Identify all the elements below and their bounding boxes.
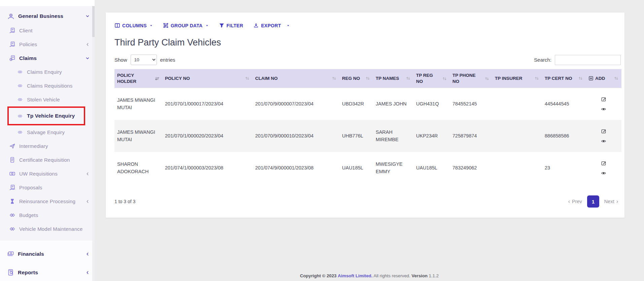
sort-icon xyxy=(578,76,583,81)
sidebar-item-tp-vehicle-enquiry[interactable]: Tp Vehicle Enquiry xyxy=(7,106,85,125)
sidebar-item-reinsurance-processing[interactable]: Reinsurance Processing xyxy=(0,194,95,208)
export-icon xyxy=(253,23,259,28)
column-header-tp-names[interactable]: TP NAMES xyxy=(373,69,413,88)
column-label: TP REG NO xyxy=(416,72,441,84)
eye-icon[interactable] xyxy=(601,170,606,176)
next-page-button[interactable]: Next › xyxy=(604,199,618,204)
column-label: POLICY HOLDER xyxy=(117,72,153,84)
sidebar-item-financials[interactable]: Financials xyxy=(0,245,95,263)
content-card: COLUMNS GROUP DATA FILTER EXPORT Third P… xyxy=(106,12,624,218)
cell-tp-cert-no: 23 xyxy=(542,152,586,184)
sidebar-item-label: Claims Enquiry xyxy=(27,69,62,75)
sidebar-item-label: Vehicle Model Maintenance xyxy=(19,226,82,232)
export-button[interactable]: EXPORT xyxy=(253,23,281,28)
column-header-policy-holder[interactable]: POLICY HOLDER xyxy=(114,69,162,88)
group-data-button[interactable]: GROUP DATA xyxy=(163,23,209,28)
double-diamond-icon xyxy=(9,226,15,232)
sidebar-item-uw-requisitions[interactable]: UW Requisitions xyxy=(0,167,95,181)
sidebar-item-claims-requisitions[interactable]: Claims Requisitions xyxy=(0,79,95,93)
sidebar-item-reports[interactable]: Reports xyxy=(0,263,95,281)
filter-button[interactable]: FILTER xyxy=(219,23,243,28)
footer-version: 1.1.2 xyxy=(429,273,439,278)
sidebar-item-label: Tp Vehicle Enquiry xyxy=(27,113,75,119)
document-hand-icon xyxy=(9,41,15,48)
sidebar-item-vehicle-model-maintenance[interactable]: Vehicle Model Maintenance xyxy=(0,222,95,236)
sidebar-top-strip xyxy=(0,0,95,6)
edit-icon[interactable] xyxy=(601,96,606,102)
edit-icon[interactable] xyxy=(601,128,606,134)
sort-icon xyxy=(365,76,370,81)
pagination-controls: ‹ Prev 1 Next › xyxy=(568,195,618,208)
table-row: SHARON ADOKORACH 201/074/1/000003/2023/0… xyxy=(114,152,621,184)
column-header-policy-no[interactable]: POLICY NO xyxy=(162,69,252,88)
chevron-left-icon xyxy=(85,252,90,256)
footer-brand-link[interactable]: Aimsoft Limited. xyxy=(338,273,372,278)
sidebar-item-salvage-enquiry[interactable]: Salvage Enquiry xyxy=(0,125,95,139)
sidebar-item-stolen-vehicle[interactable]: Stolen Vehicle xyxy=(0,93,95,106)
show-label: Show xyxy=(114,57,127,63)
sidebar-item-label: Intermediary xyxy=(19,143,48,149)
search-input[interactable] xyxy=(555,55,621,65)
column-header-tp-reg-no[interactable]: TP REG NO xyxy=(413,69,450,88)
hourglass-icon xyxy=(9,198,15,205)
chevron-left-icon xyxy=(85,171,90,176)
cell-tp-phone-no: 784552145 xyxy=(450,88,492,120)
cell-tp-names: MWESIGYE EMMY xyxy=(373,152,413,184)
eye-icon[interactable] xyxy=(601,138,606,144)
columns-button-label: COLUMNS xyxy=(122,23,147,28)
column-header-add[interactable]: ADD xyxy=(586,69,621,88)
column-header-claim-no[interactable]: CLAIM NO xyxy=(252,69,339,88)
report-magnifier-icon xyxy=(7,269,14,276)
column-label: TP PHONE NO xyxy=(452,72,483,84)
double-diamond-icon xyxy=(17,97,23,102)
column-header-reg-no[interactable]: REG NO xyxy=(339,69,373,88)
sidebar-item-claims-enquiry[interactable]: Claims Enquiry xyxy=(0,65,95,79)
sidebar-item-certificate-requisition[interactable]: Certificate Requisition xyxy=(0,153,95,167)
double-diamond-icon xyxy=(9,212,15,218)
column-header-tp-cert-no[interactable]: TP CERT NO xyxy=(542,69,586,88)
cell-claim-no: 201/074/9/000001/2023/08 xyxy=(252,152,339,184)
cell-tp-reg-no: UAU185L xyxy=(413,152,450,184)
current-page-button[interactable]: 1 xyxy=(587,195,599,208)
prev-page-button[interactable]: ‹ Prev xyxy=(568,199,582,204)
cell-tp-names: SARAH MIREMBE xyxy=(373,120,413,152)
sidebar-scrollbar-thumb[interactable] xyxy=(92,6,95,37)
cell-tp-insurer xyxy=(492,120,542,152)
columns-button[interactable]: COLUMNS xyxy=(114,23,153,28)
sidebar-item-client[interactable]: Client xyxy=(0,24,95,37)
sidebar-nav-main: General Business Client Policies Claims … xyxy=(0,6,95,241)
cell-policy-holder: JAMES MWANGI MUTAI xyxy=(114,88,162,120)
prev-label: Prev xyxy=(572,199,582,204)
column-header-tp-insurer[interactable]: TP INSURER xyxy=(492,69,542,88)
export-caret-down-icon[interactable] xyxy=(286,24,290,27)
cell-actions xyxy=(586,120,621,152)
caret-down-icon xyxy=(149,24,153,27)
sidebar-item-label: General Business xyxy=(18,13,63,19)
sidebar-item-intermediary[interactable]: Intermediary xyxy=(0,139,95,153)
money-bills-icon xyxy=(7,250,14,257)
cell-tp-reg-no: UKP234R xyxy=(413,120,450,152)
sidebar-item-label: Claims Requisitions xyxy=(27,83,73,89)
chevron-right-icon: › xyxy=(616,199,618,204)
column-label: POLICY NO xyxy=(165,75,190,82)
pagination: 1 to 3 of 3 ‹ Prev 1 Next › xyxy=(114,195,621,208)
cell-tp-insurer xyxy=(492,88,542,120)
table-toolbar: COLUMNS GROUP DATA FILTER EXPORT xyxy=(114,23,621,28)
edit-icon[interactable] xyxy=(601,160,606,166)
eye-icon[interactable] xyxy=(601,106,606,112)
cell-tp-phone-no: 783249062 xyxy=(450,152,492,184)
sidebar-item-label: UW Requisitions xyxy=(19,171,58,177)
pagination-info: 1 to 3 of 3 xyxy=(114,199,135,204)
cell-claim-no: 201/070/9/000010/2023/04 xyxy=(252,120,339,152)
sort-icon xyxy=(484,76,489,81)
group-data-icon xyxy=(163,23,169,28)
sidebar-item-proposals[interactable]: Proposals xyxy=(0,181,95,194)
sidebar-item-label: Reports xyxy=(18,270,38,276)
sidebar-item-label: Budgets xyxy=(19,212,38,218)
sidebar-item-policies[interactable]: Policies xyxy=(0,37,95,51)
sidebar-item-claims[interactable]: Claims xyxy=(0,51,95,65)
sidebar-item-general-business[interactable]: General Business xyxy=(0,9,95,24)
column-header-tp-phone-no[interactable]: TP PHONE NO xyxy=(450,69,492,88)
page-size-select[interactable]: 10 xyxy=(131,55,157,65)
sidebar-item-budgets[interactable]: Budgets xyxy=(0,208,95,222)
